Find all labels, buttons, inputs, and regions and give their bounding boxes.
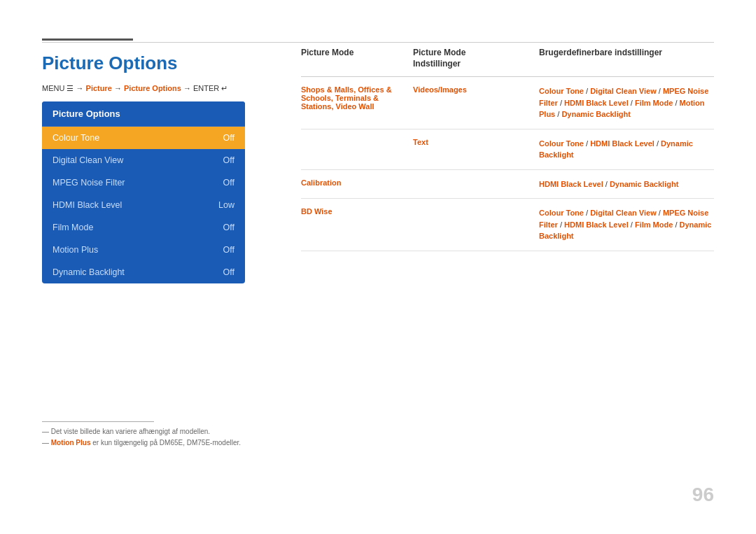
bruger-orange: Colour Tone — [539, 209, 584, 217]
col-header-mode: Picture Mode — [301, 48, 413, 69]
item-value: Off — [223, 223, 234, 232]
note-orange: Motion Plus — [51, 439, 91, 447]
table-row: Shops & Malls, Offices & Schools, Termin… — [301, 77, 714, 129]
menu-prefix: MENU — [42, 84, 66, 92]
bruger-orange: Colour Tone — [539, 87, 584, 95]
cell-bruger: Colour Tone / Digital Clean View / MPEG … — [539, 85, 714, 120]
bruger-orange: Film Mode — [635, 99, 673, 107]
cell-mode — [301, 138, 413, 161]
bruger-orange: HDMI Black Level — [539, 180, 603, 188]
col-header-bruger: Brugerdefinerbare indstillinger — [539, 48, 714, 69]
bruger-orange: Film Mode — [635, 220, 673, 229]
list-item[interactable]: Film Mode Off — [42, 216, 245, 239]
table-row: Calibration HDMI Black Level / Dynamic B… — [301, 170, 714, 199]
item-label: HDMI Black Level — [52, 200, 122, 210]
bruger-orange: HDMI Black Level — [590, 139, 654, 148]
table-header: Picture Mode Picture ModeIndstillinger B… — [301, 48, 714, 77]
item-label: Colour Tone — [52, 133, 99, 143]
list-item[interactable]: Motion Plus Off — [42, 239, 245, 261]
cell-indstillinger — [413, 178, 539, 190]
list-item[interactable]: MPEG Noise Filter Off — [42, 171, 245, 194]
note-text: er kun tilgængelig på DM65E, DM75E-model… — [92, 439, 241, 447]
reference-table: Picture Mode Picture ModeIndstillinger B… — [301, 48, 714, 251]
page-number: 96 — [692, 484, 714, 506]
menu-arrow1: → — [76, 84, 86, 92]
page-title: Picture Options — [42, 52, 178, 74]
cell-mode: Shops & Malls, Offices & Schools, Termin… — [301, 85, 413, 120]
bruger-orange: Digital Clean View — [590, 87, 657, 95]
menu-icon: ☰ — [66, 84, 74, 92]
item-label: MPEG Noise Filter — [52, 178, 125, 188]
cell-bruger: Colour Tone / HDMI Black Level / Dynamic… — [539, 138, 714, 161]
bruger-orange: HDMI Black Level — [564, 99, 629, 107]
options-panel-title: Picture Options — [42, 101, 245, 127]
cell-bruger: Colour Tone / Digital Clean View / MPEG … — [539, 207, 714, 242]
menu-path: MENU ☰ → Picture → Picture Options → ENT… — [42, 84, 227, 93]
note-dash: ― — [42, 439, 51, 447]
note-line: ― Det viste billede kan variere afhængig… — [42, 428, 241, 435]
item-value: Off — [223, 133, 234, 143]
list-item[interactable]: Colour Tone Off — [42, 127, 245, 149]
note-dash: ― — [42, 428, 51, 435]
table-row: Text Colour Tone / HDMI Black Level / Dy… — [301, 129, 714, 170]
item-label: Digital Clean View — [52, 155, 123, 165]
enter-icon: ↵ — [221, 84, 227, 92]
item-value: Off — [223, 245, 234, 255]
item-label: Film Mode — [52, 223, 93, 232]
cell-mode: BD Wise — [301, 207, 413, 242]
menu-arrow3: → ENTER — [183, 84, 221, 92]
cell-indstillinger: Text — [413, 138, 539, 161]
bruger-orange: Colour Tone — [539, 139, 584, 148]
item-label: Motion Plus — [52, 245, 98, 255]
list-item[interactable]: Digital Clean View Off — [42, 149, 245, 171]
bruger-orange: Dynamic Backlight — [561, 110, 630, 118]
note-text: Det viste billede kan variere afhængigt … — [51, 428, 210, 435]
menu-picture-options: Picture Options — [124, 84, 181, 92]
item-value: Off — [223, 155, 234, 165]
item-value: Off — [223, 178, 234, 188]
item-value: Low — [218, 200, 234, 210]
bruger-orange: Digital Clean View — [590, 209, 657, 217]
note-line: ― Motion Plus er kun tilgængelig på DM65… — [42, 439, 241, 447]
cell-indstillinger: Videos/Images — [413, 85, 539, 120]
list-item[interactable]: HDMI Black Level Low — [42, 194, 245, 216]
options-list: Colour Tone Off Digital Clean View Off M… — [42, 127, 245, 283]
item-label: Dynamic Backlight — [52, 267, 125, 277]
list-item[interactable]: Dynamic Backlight Off — [42, 261, 245, 283]
notes-section: ― Det viste billede kan variere afhængig… — [42, 421, 241, 450]
cell-indstillinger — [413, 207, 539, 242]
item-value: Off — [223, 267, 234, 277]
options-panel: Picture Options Colour Tone Off Digital … — [42, 101, 245, 283]
col-header-indstillinger: Picture ModeIndstillinger — [413, 48, 539, 69]
table-row: BD Wise Colour Tone / Digital Clean View… — [301, 199, 714, 251]
cell-bruger: HDMI Black Level / Dynamic Backlight — [539, 178, 714, 190]
top-divider — [42, 42, 714, 43]
cell-mode: Calibration — [301, 178, 413, 190]
menu-picture: Picture — [86, 84, 112, 92]
menu-arrow2: → — [114, 84, 124, 92]
accent-line — [42, 38, 133, 41]
bruger-orange: Dynamic Backlight — [610, 180, 678, 188]
bruger-orange: HDMI Black Level — [564, 220, 629, 229]
notes-divider — [42, 421, 154, 422]
